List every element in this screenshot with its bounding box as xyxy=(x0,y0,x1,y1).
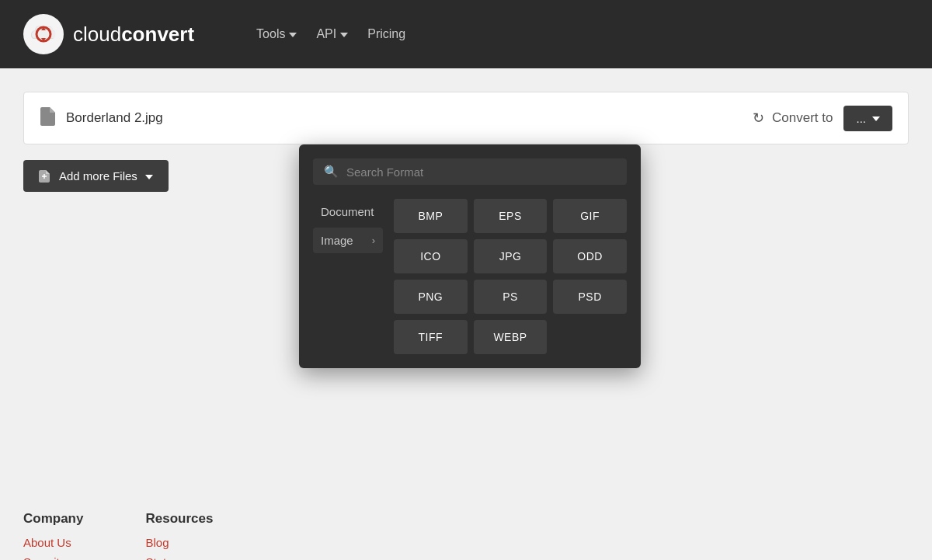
format-grid: BMPEPSGIFICOJPGODDPNGPSPSDTIFFWEBP xyxy=(394,199,627,354)
search-format-input[interactable] xyxy=(346,165,616,179)
main-content: Borderland 2.jpg ↻ Convert to ... 🔍 Docu… xyxy=(0,68,932,488)
add-files-label: Add more Files xyxy=(59,169,137,183)
refresh-icon[interactable]: ↻ xyxy=(753,110,764,127)
add-more-files-button[interactable]: Add more Files xyxy=(23,160,169,192)
file-icon xyxy=(40,107,55,130)
nav-api[interactable]: API xyxy=(308,23,356,46)
convert-format-button[interactable]: ... xyxy=(843,106,892,131)
footer-link-status[interactable]: Status xyxy=(145,555,213,560)
footer-col-resources: Resources Blog Status xyxy=(145,511,213,560)
footer-link-about[interactable]: About Us xyxy=(23,536,83,549)
logo-area[interactable]: cloudconvert xyxy=(23,14,194,54)
logo-icon xyxy=(23,14,64,54)
dropdown-body: Document Image › BMPEPSGIFICOJPGODDPNGPS… xyxy=(313,199,627,354)
image-arrow-icon: › xyxy=(372,235,375,246)
convert-to-section: ↻ Convert to xyxy=(753,110,833,127)
search-icon: 🔍 xyxy=(324,165,339,179)
nav-tools[interactable]: Tools xyxy=(249,23,304,46)
format-btn-png[interactable]: PNG xyxy=(394,280,468,314)
add-file-icon xyxy=(39,170,51,183)
file-row: Borderland 2.jpg ↻ Convert to ... xyxy=(23,92,909,144)
main-nav: Tools API Pricing xyxy=(249,23,413,46)
format-btn-webp[interactable]: WEBP xyxy=(474,320,548,354)
category-image[interactable]: Image › xyxy=(313,228,383,253)
api-chevron-icon xyxy=(340,33,348,37)
convert-to-label: Convert to xyxy=(772,110,833,126)
format-btn-jpg[interactable]: JPG xyxy=(474,239,548,273)
nav-pricing[interactable]: Pricing xyxy=(360,23,413,46)
file-name: Borderland 2.jpg xyxy=(66,110,753,126)
convert-chevron-icon xyxy=(872,117,880,121)
format-btn-psd[interactable]: PSD xyxy=(553,280,627,314)
search-row: 🔍 xyxy=(313,158,627,185)
category-document[interactable]: Document xyxy=(313,199,383,224)
format-btn-tiff[interactable]: TIFF xyxy=(394,320,468,354)
add-files-chevron-icon xyxy=(145,175,153,179)
footer-heading-company: Company xyxy=(23,511,83,527)
footer-link-blog[interactable]: Blog xyxy=(145,536,213,549)
footer-link-security[interactable]: Security xyxy=(23,555,83,560)
format-btn-odd[interactable]: ODD xyxy=(553,239,627,273)
categories-list: Document Image › xyxy=(313,199,383,354)
format-btn-ps[interactable]: PS xyxy=(474,280,548,314)
header: cloudconvert Tools API Pricing xyxy=(0,0,932,68)
format-btn-bmp[interactable]: BMP xyxy=(394,199,468,233)
logo-text: cloudconvert xyxy=(73,23,194,47)
footer-heading-resources: Resources xyxy=(145,511,213,527)
footer-col-company: Company About Us Security xyxy=(23,511,83,560)
format-btn-gif[interactable]: GIF xyxy=(553,199,627,233)
footer-columns: Company About Us Security Resources Blog… xyxy=(23,511,909,560)
footer: Company About Us Security Resources Blog… xyxy=(0,488,932,560)
format-btn-eps[interactable]: EPS xyxy=(474,199,548,233)
format-dropdown: 🔍 Document Image › BMPEPSGIFICOJPGODDPNG… xyxy=(299,144,641,368)
tools-chevron-icon xyxy=(289,33,297,37)
format-btn-ico[interactable]: ICO xyxy=(394,239,468,273)
